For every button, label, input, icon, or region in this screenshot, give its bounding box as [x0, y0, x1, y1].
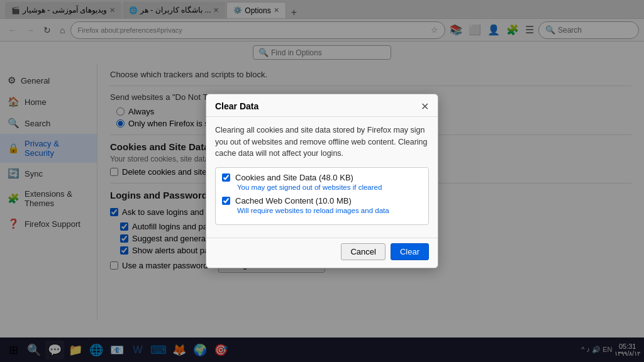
- modal-overlay: Clear Data ✕ Clearing all cookies and si…: [0, 0, 644, 362]
- clear-button[interactable]: Clear: [391, 243, 429, 260]
- modal-description: Clearing all cookies and site data store…: [215, 124, 429, 160]
- modal-item-cache: Cached Web Content (10.0 MB) Will requir…: [222, 196, 422, 214]
- modal-title: Clear Data: [215, 101, 258, 111]
- modal-cache-label: Cached Web Content (10.0 MB): [235, 196, 352, 206]
- modal-body: Clearing all cookies and site data store…: [206, 117, 438, 238]
- modal-cookies-checkbox[interactable]: [222, 173, 230, 182]
- modal-cache-sublabel: Will require websites to reload images a…: [237, 207, 422, 214]
- modal-cookies-label: Cookies and Site Data (48.0 KB): [235, 173, 353, 182]
- modal-cache-checkbox[interactable]: [222, 197, 230, 205]
- modal-item-cache-row[interactable]: Cached Web Content (10.0 MB): [222, 196, 422, 206]
- modal-item-cookies: Cookies and Site Data (48.0 KB) You may …: [222, 173, 422, 191]
- modal-footer: Cancel Clear: [206, 238, 438, 268]
- modal-header: Clear Data ✕: [206, 94, 438, 117]
- modal-items-box: Cookies and Site Data (48.0 KB) You may …: [215, 167, 429, 225]
- modal-close-button[interactable]: ✕: [421, 101, 429, 112]
- modal-cookies-sublabel: You may get signed out of websites if cl…: [237, 184, 422, 191]
- modal-item-cookies-row[interactable]: Cookies and Site Data (48.0 KB): [222, 173, 422, 182]
- cancel-button[interactable]: Cancel: [341, 243, 385, 260]
- clear-data-modal: Clear Data ✕ Clearing all cookies and si…: [206, 94, 438, 268]
